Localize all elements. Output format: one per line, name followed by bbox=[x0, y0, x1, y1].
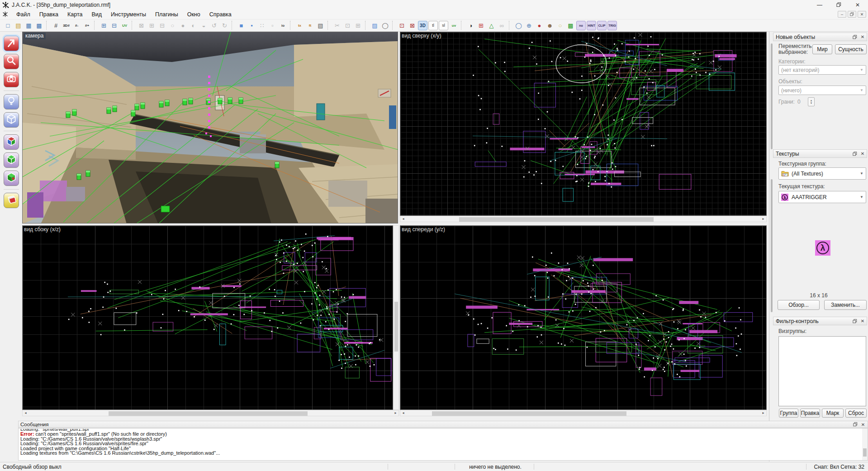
restore-button[interactable] bbox=[829, 0, 848, 10]
messages-header[interactable]: Сообщения ✕ bbox=[18, 421, 868, 428]
copy-icon[interactable]: ⊡ bbox=[343, 21, 352, 30]
flip-vertical-icon[interactable]: ◒ bbox=[199, 21, 209, 30]
menu-карта[interactable]: Карта bbox=[63, 10, 87, 19]
ignore-groups-icon[interactable]: ∞ bbox=[497, 21, 507, 30]
player-model-icon[interactable]: ☻ bbox=[545, 21, 555, 30]
current-texture-combobox[interactable]: λ AAATRIGGER ▼ bbox=[778, 191, 866, 203]
toggle-grid-icon[interactable]: # bbox=[51, 21, 61, 30]
wireframe-sphere-icon[interactable]: ◯ bbox=[514, 21, 523, 30]
close-panel-icon[interactable]: ✕ bbox=[860, 319, 865, 324]
viewport-top[interactable]: вид сверху (x/y) bbox=[400, 32, 767, 216]
close-button[interactable]: ✕ bbox=[848, 0, 867, 10]
view-3d-toggle[interactable]: 3D bbox=[418, 21, 427, 30]
clip-toggle[interactable]: CLIP bbox=[597, 21, 607, 30]
messages-log[interactable]: Loading: "sprites/wall_puff1.spr"Error: … bbox=[18, 428, 868, 461]
mdi-restore-button[interactable] bbox=[848, 11, 856, 18]
menu-файл[interactable]: Файл bbox=[12, 10, 35, 19]
panel-grip[interactable] bbox=[771, 43, 773, 149]
sprite-lock-toggle[interactable]: sl bbox=[439, 21, 448, 30]
selection-tool[interactable] bbox=[4, 36, 19, 51]
to-entity-button[interactable]: Сущность bbox=[835, 44, 867, 54]
menu-справка[interactable]: Справка bbox=[205, 10, 236, 19]
rotate-left-icon[interactable]: ↺ bbox=[209, 21, 219, 30]
new-objects-panel-header[interactable]: Новые объекты ✕ bbox=[773, 33, 867, 41]
close-panel-icon[interactable]: ✕ bbox=[860, 422, 866, 427]
clipping-tool[interactable] bbox=[4, 193, 19, 208]
rotate-right-icon[interactable]: ↻ bbox=[220, 21, 229, 30]
filter-reset-button[interactable]: Сброс bbox=[845, 409, 867, 418]
save-file-icon[interactable]: ▦ bbox=[24, 21, 33, 30]
menu-вид[interactable]: Вид bbox=[87, 10, 106, 19]
flip-horizontal-icon[interactable]: ◐ bbox=[189, 21, 198, 30]
float-panel-icon[interactable] bbox=[853, 422, 858, 427]
apply-texture-tool[interactable] bbox=[4, 152, 19, 168]
top-view-hscrollbar[interactable]: ◂▸ bbox=[400, 216, 767, 222]
float-panel-icon[interactable] bbox=[852, 34, 858, 40]
smaller-grid-icon[interactable]: #- bbox=[72, 21, 81, 30]
vertex-box-icon[interactable]: ⊞ bbox=[476, 21, 486, 30]
io-links-icon[interactable]: io bbox=[278, 21, 288, 30]
filter-edit-button[interactable]: Правка bbox=[800, 409, 820, 418]
texture-lock-toggle[interactable]: tl bbox=[428, 21, 438, 30]
show-objects-icon[interactable]: ● bbox=[178, 21, 188, 30]
paste-icon[interactable]: ⊞ bbox=[353, 21, 363, 30]
entity-tool[interactable] bbox=[4, 94, 19, 109]
categories-combobox[interactable]: (нет категорий)▼ bbox=[778, 65, 866, 75]
hint-toggle[interactable]: HINT bbox=[587, 21, 596, 30]
open-file-icon[interactable]: ▤ bbox=[14, 21, 23, 30]
faces-mode-icon[interactable]: ◑ bbox=[466, 21, 475, 30]
block-tool[interactable] bbox=[4, 112, 19, 128]
close-panel-icon[interactable]: ✕ bbox=[860, 34, 865, 40]
ungroup-icon[interactable]: ⊟ bbox=[157, 21, 167, 30]
side-view-vscrollbar[interactable] bbox=[393, 225, 399, 410]
select-mode-icon[interactable]: ∷ bbox=[257, 21, 267, 30]
texture-application-tool[interactable] bbox=[4, 134, 19, 150]
browse-textures-button[interactable]: Обзор... bbox=[778, 300, 820, 310]
viewport-camera[interactable]: камера bbox=[22, 32, 398, 224]
larger-block-icon[interactable]: ■ bbox=[237, 21, 246, 30]
to-world-button[interactable]: Мир bbox=[812, 44, 832, 54]
minimize-button[interactable]: — bbox=[810, 0, 829, 10]
browse-textures-icon[interactable]: ▧ bbox=[316, 21, 325, 30]
float-panel-icon[interactable] bbox=[852, 319, 858, 324]
faces-stepper[interactable]: ▲▼ bbox=[808, 97, 815, 106]
viewport-front[interactable]: вид спереди (y/z) bbox=[400, 225, 767, 410]
filter-panel-header[interactable]: Фильтр-контроль ✕ bbox=[773, 317, 867, 325]
group-icon[interactable]: ⊞ bbox=[147, 21, 157, 30]
larger-grid-icon[interactable]: #+ bbox=[82, 21, 92, 30]
toggle-3d-grid-icon[interactable]: 3D# bbox=[62, 21, 71, 30]
messages-scrollbar[interactable] bbox=[862, 428, 868, 460]
carve-icon[interactable]: ⊠ bbox=[137, 21, 146, 30]
texture-fit-icon[interactable]: ft bbox=[305, 21, 315, 30]
snap-options-icon[interactable]: ⊟ bbox=[109, 21, 119, 30]
uv-follow-icon[interactable]: uv bbox=[449, 21, 459, 30]
menu-окно[interactable]: Окно bbox=[183, 10, 205, 19]
replace-texture-button[interactable]: Заменить... bbox=[824, 300, 867, 310]
lasso-select-icon[interactable]: ◯ bbox=[380, 21, 390, 30]
hatch-pattern-icon[interactable]: ▨ bbox=[370, 21, 379, 30]
nodraw-toggle[interactable]: no bbox=[576, 21, 586, 30]
apply-decals-tool[interactable] bbox=[4, 171, 19, 186]
cut-icon[interactable]: ✂ bbox=[332, 21, 342, 30]
camera-tool[interactable] bbox=[4, 72, 19, 87]
uv-lock-icon[interactable]: UV bbox=[120, 21, 129, 30]
front-view-hscrollbar[interactable]: ◂▸ bbox=[400, 410, 767, 416]
new-file-icon[interactable]: □ bbox=[3, 21, 13, 30]
texture-group-combobox[interactable]: (All Textures) ▼ bbox=[778, 167, 866, 180]
light-preview-icon[interactable]: ○ bbox=[555, 21, 565, 30]
save-all-icon[interactable]: ▩ bbox=[34, 21, 44, 30]
mdi-minimize-button[interactable]: – bbox=[838, 11, 846, 18]
hide-objects-icon[interactable]: ○ bbox=[168, 21, 177, 30]
trig-toggle[interactable]: TRIG bbox=[607, 21, 617, 30]
filter-group-button[interactable]: Группа bbox=[779, 409, 798, 418]
vertex-scale-icon[interactable]: △ bbox=[487, 21, 496, 30]
select-inside-icon[interactable]: ⊠ bbox=[408, 21, 417, 30]
viewport-side[interactable]: вид сбоку (x/z) bbox=[22, 225, 393, 410]
objects-combobox[interactable]: (ничего)▼ bbox=[778, 86, 866, 95]
side-view-hscrollbar[interactable]: ◂▸ bbox=[22, 410, 399, 416]
textures-panel-header[interactable]: Текстуры ✕ bbox=[773, 149, 867, 158]
menu-инструменты[interactable]: Инструменты bbox=[106, 10, 151, 19]
select-touching-icon[interactable]: ⊡ bbox=[397, 21, 407, 30]
smaller-block-icon[interactable]: ▪ bbox=[247, 21, 256, 30]
menu-правка[interactable]: Правка bbox=[35, 10, 63, 19]
